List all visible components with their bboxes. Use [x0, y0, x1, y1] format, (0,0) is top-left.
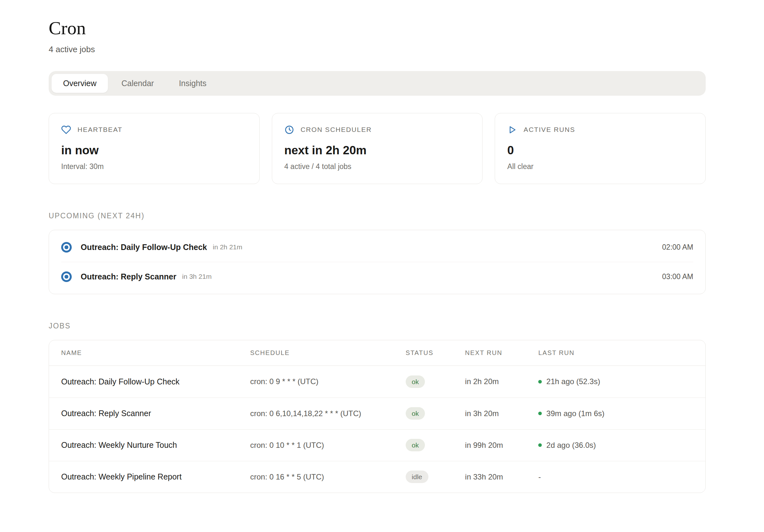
job-name: Outreach: Reply Scanner	[61, 409, 250, 418]
job-last-run: 2d ago (36.0s)	[546, 441, 596, 450]
status-badge: ok	[406, 439, 425, 451]
stat-label: ACTIVE RUNS	[523, 126, 575, 133]
tab-calendar[interactable]: Calendar	[110, 74, 165, 93]
job-schedule: cron: 0 16 * * 5 (UTC)	[250, 472, 406, 481]
job-name: Outreach: Weekly Pipeline Report	[61, 472, 250, 481]
upcoming-relative-time: in 2h 21m	[213, 243, 242, 251]
table-row[interactable]: Outreach: Daily Follow-Up Check cron: 0 …	[49, 366, 705, 398]
job-next-run: in 99h 20m	[465, 441, 538, 450]
upcoming-job-name: Outreach: Daily Follow-Up Check	[81, 243, 207, 252]
column-header-next-run: NEXT RUN	[465, 349, 538, 357]
stat-sub: 4 active / 4 total jobs	[285, 162, 471, 171]
jobs-table: NAME SCHEDULE STATUS NEXT RUN LAST RUN O…	[49, 340, 706, 493]
column-header-last-run: LAST RUN	[538, 349, 693, 357]
cron-page: Cron 4 active jobs Overview Calendar Ins…	[49, 0, 706, 532]
status-badge: idle	[406, 470, 429, 483]
upcoming-heading: UPCOMING (NEXT 24H)	[49, 212, 706, 220]
success-dot-icon	[538, 443, 542, 447]
play-icon	[507, 125, 517, 135]
job-last-run: -	[538, 472, 541, 481]
tab-insights[interactable]: Insights	[167, 74, 218, 93]
job-next-run: in 33h 20m	[465, 472, 538, 481]
page-title: Cron	[49, 19, 706, 38]
table-row[interactable]: Outreach: Reply Scanner cron: 0 6,10,14,…	[49, 398, 705, 429]
job-last-run: 21h ago (52.3s)	[546, 377, 600, 386]
column-header-status: STATUS	[406, 349, 465, 357]
job-next-run: in 3h 20m	[465, 409, 538, 418]
success-dot-icon	[538, 380, 542, 384]
status-badge: ok	[406, 407, 425, 420]
stat-sub: All clear	[507, 162, 693, 171]
job-name: Outreach: Daily Follow-Up Check	[61, 377, 250, 386]
jobs-table-header: NAME SCHEDULE STATUS NEXT RUN LAST RUN	[49, 340, 705, 366]
job-schedule: cron: 0 9 * * * (UTC)	[250, 377, 406, 386]
column-header-name: NAME	[61, 349, 250, 357]
stat-card-heartbeat: HEARTBEAT in now Interval: 30m	[49, 113, 260, 184]
table-row[interactable]: Outreach: Weekly Nurture Touch cron: 0 1…	[49, 429, 705, 461]
job-schedule: cron: 0 10 * * 1 (UTC)	[250, 441, 406, 450]
clock-icon	[285, 125, 294, 135]
stat-value: in now	[61, 144, 247, 157]
stat-card-scheduler: CRON SCHEDULER next in 2h 20m 4 active /…	[272, 113, 483, 184]
job-next-run: in 2h 20m	[465, 377, 538, 386]
success-dot-icon	[538, 412, 542, 415]
job-target-icon	[61, 242, 72, 253]
table-row[interactable]: Outreach: Weekly Pipeline Report cron: 0…	[49, 461, 705, 493]
tabbar: Overview Calendar Insights	[49, 71, 706, 96]
job-name: Outreach: Weekly Nurture Touch	[61, 441, 250, 450]
upcoming-item[interactable]: Outreach: Reply Scanner in 3h 21m 03:00 …	[61, 262, 693, 291]
stat-label: CRON SCHEDULER	[301, 126, 372, 133]
job-last-run: 39m ago (1m 6s)	[546, 409, 604, 418]
stat-label: HEARTBEAT	[78, 126, 122, 133]
upcoming-clock-time: 02:00 AM	[662, 243, 693, 252]
stat-card-active-runs: ACTIVE RUNS 0 All clear	[495, 113, 706, 184]
stat-cards: HEARTBEAT in now Interval: 30m CRON SCHE…	[49, 113, 706, 184]
stat-sub: Interval: 30m	[61, 162, 247, 171]
jobs-heading: JOBS	[49, 322, 706, 330]
upcoming-job-name: Outreach: Reply Scanner	[81, 272, 176, 281]
job-target-icon	[61, 271, 72, 282]
page-subtitle: 4 active jobs	[49, 45, 706, 55]
upcoming-list: Outreach: Daily Follow-Up Check in 2h 21…	[49, 230, 706, 294]
status-badge: ok	[406, 376, 425, 388]
stat-value: 0	[507, 144, 693, 157]
stat-value: next in 2h 20m	[285, 144, 471, 157]
upcoming-relative-time: in 3h 21m	[182, 273, 212, 280]
upcoming-item[interactable]: Outreach: Daily Follow-Up Check in 2h 21…	[61, 233, 693, 262]
heart-icon	[61, 125, 71, 135]
job-schedule: cron: 0 6,10,14,18,22 * * * (UTC)	[250, 409, 406, 418]
upcoming-clock-time: 03:00 AM	[662, 272, 693, 281]
column-header-schedule: SCHEDULE	[250, 349, 406, 357]
tab-overview[interactable]: Overview	[52, 74, 108, 93]
